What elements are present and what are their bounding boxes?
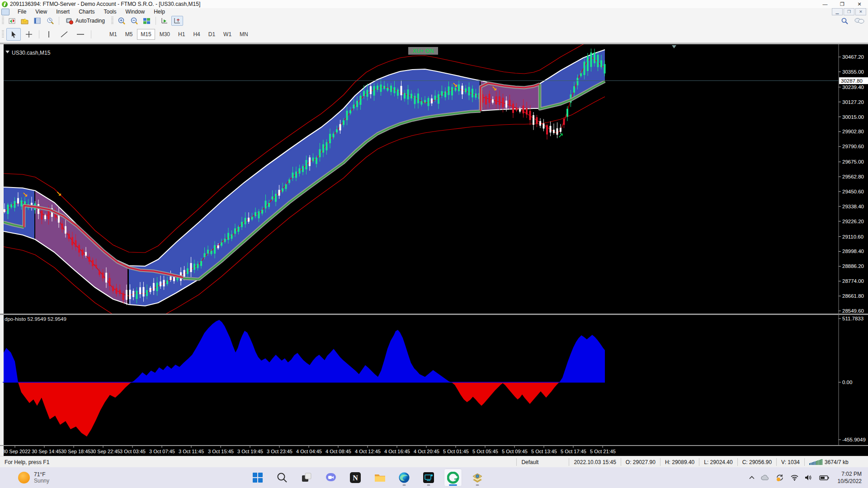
standard-toolbar: AutoTrading <box>0 15 868 26</box>
time-tick-label: 5 Oct 09:45 <box>502 449 528 454</box>
active-indicator <box>449 484 457 486</box>
timeframe-mn-button[interactable]: MN <box>236 29 252 40</box>
price-tick-label: 30467.20 <box>842 54 864 60</box>
battery-icon[interactable] <box>819 475 829 480</box>
menu-charts[interactable]: Charts <box>74 8 99 15</box>
tray-chevron-up-icon[interactable] <box>749 476 755 479</box>
taskbar-icon-screen-recorder[interactable] <box>420 469 438 487</box>
horizontal-line-tool-button[interactable] <box>73 28 88 41</box>
window-title: 2091136394: FTMO-Server - Demo Account -… <box>10 1 200 7</box>
timeframe-h4-button[interactable]: H4 <box>189 29 203 40</box>
timeframe-m5-button[interactable]: M5 <box>122 29 137 40</box>
taskbar-icon-edge[interactable] <box>395 469 413 487</box>
timeframe-m15-button[interactable]: M15 <box>137 29 155 40</box>
taskbar-icon-help-library[interactable] <box>468 469 486 487</box>
restore-button[interactable]: ❐ <box>834 0 851 8</box>
menu-insert[interactable]: Insert <box>52 8 74 15</box>
up-arrow-marker: ↗ <box>558 131 564 140</box>
sunny-weather-icon <box>18 472 30 483</box>
status-candle-info: 2022.10.03 15:45O: 29027.90H: 29089.40L:… <box>569 458 804 466</box>
running-indicator <box>403 484 406 486</box>
down-arrow-marker: ↘ <box>56 190 62 198</box>
sync-icon[interactable] <box>775 474 784 482</box>
menu-help[interactable]: Help <box>149 8 170 15</box>
menu-view[interactable]: View <box>31 8 52 15</box>
volume-icon[interactable] <box>805 474 813 481</box>
strategy-tester-button[interactable] <box>44 16 56 26</box>
timeframe-m30-button[interactable]: M30 <box>156 29 174 40</box>
wifi-icon[interactable] <box>790 474 799 481</box>
price-tick-label: 28661.80 <box>842 293 864 299</box>
time-tick-label: 30 Sep 2022 <box>2 449 30 454</box>
time-tick-label: 4 Oct 04:45 <box>296 449 322 454</box>
timeframe-w1-button[interactable]: W1 <box>220 29 235 40</box>
mdi-minimize-button[interactable]: ▁ <box>832 8 843 15</box>
time-tick-label: 30 Sep 18:45 <box>61 449 90 454</box>
market-watch-button[interactable] <box>32 16 43 26</box>
clock-date: 10/5/2022 <box>838 478 862 485</box>
minimize-button[interactable]: — <box>816 0 834 8</box>
taskbar-icon-start[interactable] <box>249 469 267 487</box>
zoom-in-button[interactable] <box>116 16 127 26</box>
new-order-button[interactable] <box>6 16 18 26</box>
timeframe-h1-button[interactable]: H1 <box>175 29 189 40</box>
autotrading-button[interactable]: AutoTrading <box>62 16 109 26</box>
taskbar-icon-search[interactable] <box>273 469 291 487</box>
menu-file[interactable]: File <box>13 8 31 15</box>
chart-shift-button[interactable] <box>171 16 183 26</box>
mdi-restore-button[interactable]: ❐ <box>844 8 854 15</box>
taskbar-weather-widget[interactable]: 71°F Sunny <box>18 471 118 484</box>
toolbar-grip[interactable] <box>2 17 4 25</box>
vertical-line-tool-button[interactable] <box>42 28 56 41</box>
crosshair-tool-button[interactable] <box>22 28 36 41</box>
taskbar-icon-metatrader[interactable] <box>444 469 462 487</box>
community-chat-icon[interactable] <box>854 18 864 24</box>
candle-info-segment: V: 1034 <box>776 458 804 466</box>
price-tick-label: 29675.00 <box>842 159 864 164</box>
price-tick-label: 29562.80 <box>842 174 864 179</box>
menu-tools[interactable]: Tools <box>99 8 121 15</box>
taskbar-icon-notion[interactable]: N <box>346 469 364 487</box>
onedrive-icon[interactable] <box>760 475 769 481</box>
status-profile[interactable]: Default <box>516 458 569 466</box>
traffic-label: 3674/7 kb <box>825 459 849 465</box>
time-tick-label: 4 Oct 20:45 <box>414 449 439 454</box>
taskbar: 71°F Sunny N 7:02 PM 10/5/2022 <box>0 467 868 488</box>
time-tick-label: 3 Oct 07:45 <box>149 449 175 454</box>
taskbar-icon-chat[interactable] <box>322 469 340 487</box>
taskbar-icon-task-view[interactable] <box>297 469 316 487</box>
menu-items: FileViewInsertChartsToolsWindowHelp <box>13 8 170 15</box>
time-tick-label: 5 Oct 17:45 <box>561 449 586 454</box>
down-arrow-marker: ↘ <box>491 84 497 93</box>
weather-temperature: 71°F <box>34 471 49 478</box>
tile-windows-button[interactable] <box>141 16 153 26</box>
timeframe-d1-button[interactable]: D1 <box>205 29 219 40</box>
running-indicator <box>427 484 430 486</box>
timeframe-buttons: M1M5M15M30H1H4D1W1MN <box>105 29 252 40</box>
current-price-label: 30287.80 <box>841 78 863 84</box>
auto-scroll-button[interactable] <box>159 16 170 26</box>
taskbar-clock[interactable]: 7:02 PM 10/5/2022 <box>838 470 862 485</box>
mdi-close-button[interactable]: ✕ <box>855 8 866 15</box>
autotrading-label: AutoTrading <box>75 18 105 24</box>
status-bar: For Help, press F1 Default 2022.10.03 15… <box>0 456 868 468</box>
toolbar-grip[interactable] <box>111 17 113 25</box>
trendline-tool-button[interactable] <box>57 28 72 41</box>
timeframe-m1-button[interactable]: M1 <box>106 29 121 40</box>
toolbar-grip[interactable] <box>2 30 4 38</box>
chart-window[interactable]: ↘↘↘↘↗30467.2030355.0030239.4030127.20300… <box>0 42 868 456</box>
search-icon[interactable] <box>841 18 848 24</box>
close-button[interactable]: ✕ <box>851 0 868 8</box>
chart-document-icon <box>1 9 9 15</box>
xu-indicator-badge: XU+ ON <box>413 48 434 54</box>
indicator-label: dpo-histo 52.9549 52.9549 <box>5 316 66 322</box>
time-tick-label: 3 Oct 19:45 <box>237 449 263 454</box>
time-tick-label: 4 Oct 12:45 <box>355 449 381 454</box>
menu-window[interactable]: Window <box>121 8 150 15</box>
cursor-tool-button[interactable] <box>6 28 21 41</box>
time-tick-label: 5 Oct 13:45 <box>531 449 557 454</box>
zoom-out-button[interactable] <box>128 16 140 26</box>
profiles-button[interactable] <box>19 16 31 26</box>
time-tick-label: 3 Oct 03:45 <box>120 449 146 454</box>
taskbar-icon-file-explorer[interactable] <box>371 469 389 487</box>
